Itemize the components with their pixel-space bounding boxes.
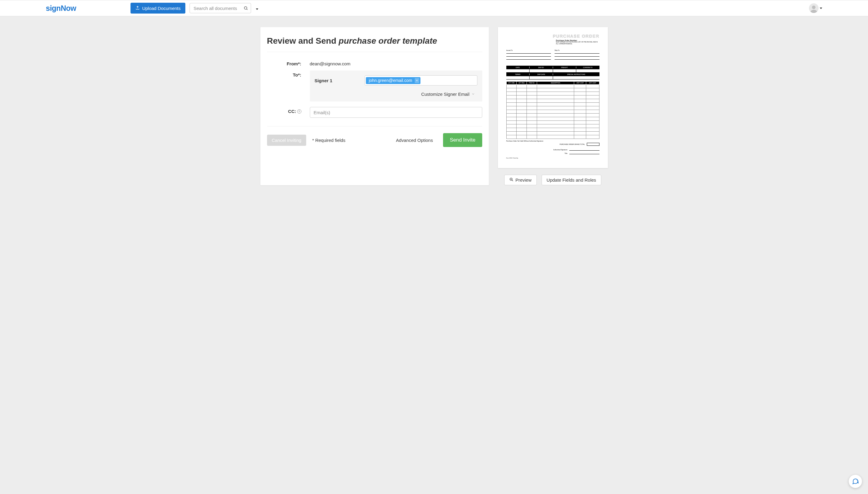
ship-to-label: Ship To — [555, 50, 560, 51]
svg-point-2 — [812, 6, 816, 10]
caret-down-icon — [820, 7, 822, 9]
update-fields-button[interactable]: Update Fields and Roles — [541, 175, 601, 185]
avatar — [809, 3, 818, 13]
po-auth-sig-label: Authorized Signature — [553, 149, 568, 151]
po-grand-total-label: PURCHASE ORDER GRAND TOTAL — [560, 144, 585, 145]
to-label: To*: — [267, 71, 310, 101]
chevron-down-icon — [472, 92, 475, 97]
content: Review and Send purchase order template … — [0, 16, 868, 196]
required-note: * Required fields — [312, 138, 345, 143]
document-name: purchase order template — [339, 36, 437, 45]
caret-down-icon — [256, 8, 258, 10]
search-icon[interactable] — [243, 6, 248, 11]
logo: signNow — [46, 4, 76, 13]
po-bar-1: DATE SHIP BY FREIGHT CONFIRM TO — [506, 66, 599, 69]
from-label: From*: — [267, 59, 310, 66]
zoom-in-icon — [509, 177, 514, 183]
top-bar: signNow Upload Documents — [0, 0, 868, 16]
cc-row: CC: ? — [267, 107, 482, 118]
signer-label: Signer 1 — [315, 78, 361, 83]
cc-label: CC: — [288, 109, 296, 114]
cc-input[interactable] — [310, 107, 482, 118]
footer-row: Cancel Inviting * Required fields Advanc… — [267, 126, 482, 147]
issued-to-label: Issued To — [506, 50, 513, 51]
send-invite-button[interactable]: Send Invite — [443, 133, 482, 147]
main-panel: Review and Send purchase order template … — [260, 27, 489, 185]
to-block: Signer 1 john.green@email.com × Customiz… — [310, 71, 482, 101]
cc-input-wrap — [310, 107, 482, 118]
side-buttons: Preview Update Fields and Roles — [498, 175, 608, 185]
upload-label: Upload Documents — [142, 6, 181, 11]
cancel-inviting-button[interactable]: Cancel Inviting — [267, 135, 306, 146]
email-chip-text: john.green@email.com — [369, 78, 412, 83]
po-form-id: Form 2013. Printed by — [506, 157, 599, 159]
search-wrap — [189, 3, 251, 13]
svg-line-4 — [512, 180, 513, 181]
page-title: Review and Send purchase order template — [267, 36, 482, 52]
document-thumbnail: PURCHASE ORDER Purchase Order Number: MU… — [498, 27, 608, 168]
upload-icon — [135, 5, 140, 11]
search-input[interactable] — [189, 3, 251, 13]
advanced-options-link[interactable]: Advanced Options — [396, 138, 433, 143]
side-panel: PURCHASE ORDER Purchase Order Number: MU… — [498, 27, 608, 185]
help-icon[interactable]: ? — [297, 109, 301, 114]
user-menu[interactable] — [809, 3, 822, 13]
po-table: QTY ORD QTY REC ITEM NO. DESCRIPTION UNI… — [506, 81, 599, 139]
title-prefix: Review and Send — [267, 36, 339, 45]
svg-line-1 — [247, 9, 248, 10]
svg-point-0 — [244, 7, 247, 10]
customize-row: Customize Signer Email — [315, 92, 477, 97]
to-row: To*: Signer 1 john.green@email.com × Cus… — [267, 71, 482, 101]
po-invalid-note: Purchase Order Not Valid Without Authori… — [506, 140, 599, 142]
search-dropdown-toggle[interactable] — [254, 4, 260, 13]
email-chip: john.green@email.com × — [366, 77, 421, 84]
po-title: PURCHASE ORDER — [506, 34, 599, 39]
from-row: From*: dean@signnow.com — [267, 59, 482, 66]
customize-label: Customize Signer Email — [421, 92, 469, 97]
po-bar-2: TERMS SHIP DATE SPECIAL INSTRUCTIONS — [506, 73, 599, 76]
remove-chip-button[interactable]: × — [415, 78, 419, 83]
signer-row: Signer 1 john.green@email.com × — [315, 75, 477, 86]
preview-button[interactable]: Preview — [504, 175, 536, 185]
cc-label-wrap: CC: ? — [267, 107, 310, 118]
preview-label: Preview — [515, 177, 531, 183]
upload-documents-button[interactable]: Upload Documents — [130, 3, 186, 14]
signer-email-input[interactable]: john.green@email.com × — [365, 75, 477, 86]
po-title-label: Title — [565, 152, 567, 154]
po-note: MUST APPEAR ON THE PACKING LIST, ON THE … — [556, 41, 599, 45]
customize-signer-email-toggle[interactable]: Customize Signer Email — [421, 92, 475, 97]
from-value: dean@signnow.com — [310, 59, 482, 66]
